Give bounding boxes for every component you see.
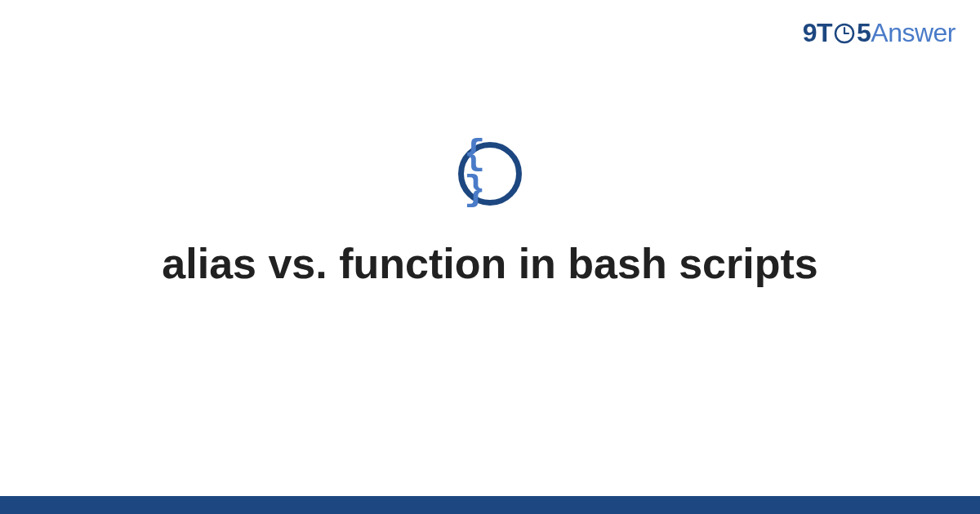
- topic-icon-circle: { }: [458, 142, 522, 206]
- footer-accent-bar: [0, 496, 980, 514]
- page-title: alias vs. function in bash scripts: [129, 238, 850, 289]
- main-content: { } alias vs. function in bash scripts: [0, 0, 980, 496]
- code-braces-icon: { }: [464, 136, 516, 208]
